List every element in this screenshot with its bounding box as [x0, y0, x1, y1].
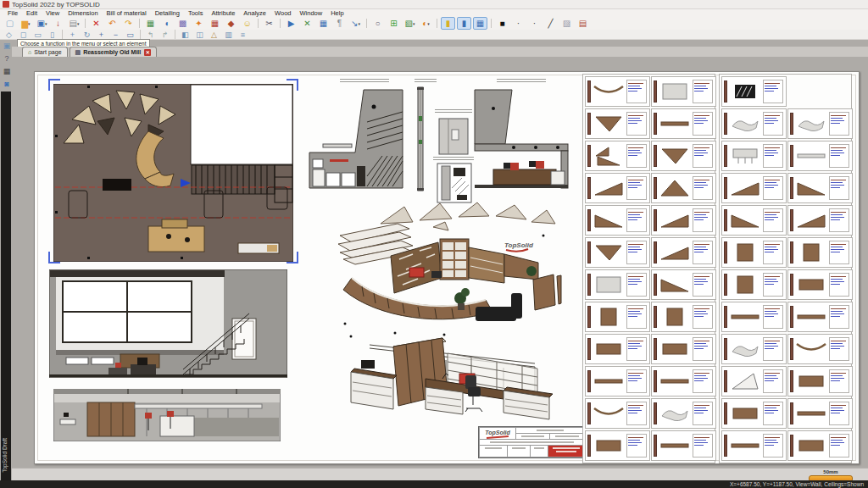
- menu-bill-of-material[interactable]: Bill of material: [103, 9, 151, 17]
- part-cell[interactable]: [651, 205, 716, 236]
- part-cell[interactable]: [787, 108, 853, 139]
- part-cell[interactable]: [787, 302, 853, 332]
- layer-icon[interactable]: ▤: [576, 17, 590, 30]
- part-cell[interactable]: [787, 430, 853, 461]
- tab-start-page[interactable]: ⌂ Start page: [22, 47, 68, 57]
- dropdown-caret-icon[interactable]: ▾: [28, 19, 31, 28]
- pattern-icon[interactable]: ▦: [208, 17, 222, 30]
- part-cell[interactable]: [721, 269, 787, 300]
- materials-icon[interactable]: ◐▾: [419, 17, 433, 30]
- part-cell[interactable]: [721, 108, 787, 139]
- frame-icon[interactable]: ▩: [175, 17, 190, 30]
- panel-grid-icon[interactable]: ▦: [473, 17, 487, 30]
- part-cell[interactable]: [721, 237, 787, 268]
- part-cell[interactable]: [721, 141, 787, 171]
- part-cell[interactable]: [787, 173, 853, 203]
- part-cell[interactable]: [585, 108, 650, 139]
- next-view-icon[interactable]: ↱: [159, 29, 171, 40]
- redo-icon[interactable]: ↷: [121, 17, 136, 30]
- ceiling-plan-view[interactable]: [53, 84, 293, 262]
- shaded-view-icon[interactable]: ◧: [179, 29, 192, 40]
- part-cell[interactable]: [651, 76, 716, 107]
- annotation-icon[interactable]: ¶: [332, 17, 347, 30]
- part-cell[interactable]: [721, 366, 787, 396]
- perspective-icon[interactable]: △: [208, 29, 220, 40]
- part-cell[interactable]: [651, 141, 716, 171]
- zoom-fit-icon[interactable]: ⊞: [387, 17, 401, 30]
- menu-dimension[interactable]: Dimension: [64, 9, 102, 17]
- menu-attribute[interactable]: Attribute: [207, 9, 239, 17]
- part-cell[interactable]: [585, 398, 650, 429]
- part-cell[interactable]: [651, 108, 716, 139]
- import-icon[interactable]: ↓: [51, 17, 65, 30]
- constraint-icon[interactable]: ◆: [224, 17, 238, 30]
- dropdown-caret-icon[interactable]: ▾: [77, 19, 80, 28]
- part-cell[interactable]: [651, 366, 716, 396]
- part-cell[interactable]: [651, 237, 716, 268]
- menu-wood[interactable]: Wood: [270, 9, 295, 17]
- part-cell[interactable]: [651, 430, 716, 461]
- part-cell[interactable]: [721, 302, 787, 332]
- dropdown-caret-icon[interactable]: ▾: [427, 19, 430, 28]
- menu-edit[interactable]: Edit: [22, 9, 42, 17]
- part-cell[interactable]: [585, 334, 650, 364]
- part-cell[interactable]: [585, 237, 650, 268]
- front-elevation-view[interactable]: [53, 389, 281, 441]
- point-style-icon[interactable]: ·: [511, 17, 526, 30]
- part-cell[interactable]: [585, 430, 650, 461]
- menu-detailing[interactable]: Detailing: [151, 9, 184, 17]
- print-icon[interactable]: ▤▾: [67, 17, 81, 30]
- part-cell[interactable]: [585, 302, 650, 332]
- machining-icon[interactable]: ✦: [192, 17, 206, 30]
- point-style2-icon[interactable]: ·: [527, 17, 542, 30]
- menu-window[interactable]: Window: [296, 9, 327, 17]
- sketch-icon[interactable]: ▦: [143, 17, 158, 30]
- new-file-icon[interactable]: ▢: [3, 17, 17, 30]
- thin-section-view[interactable]: [415, 86, 426, 194]
- menu-help[interactable]: Help: [326, 9, 348, 17]
- menu-view[interactable]: View: [42, 9, 64, 17]
- cut-icon[interactable]: ✂: [262, 17, 276, 30]
- smiley-icon[interactable]: ☺: [240, 17, 254, 30]
- detail-view-2[interactable]: [437, 163, 472, 203]
- desk-3d-view[interactable]: [344, 331, 560, 426]
- part-cell[interactable]: [651, 398, 716, 429]
- dropdown-caret-icon[interactable]: ▾: [413, 19, 415, 28]
- menu-file[interactable]: File: [3, 9, 22, 17]
- view-config-icon[interactable]: ≡: [236, 29, 249, 40]
- dropdown-caret-icon[interactable]: ▾: [45, 19, 47, 28]
- mezzanine-elevation-view[interactable]: [49, 269, 287, 378]
- panel-vertical-icon[interactable]: ▮: [441, 17, 455, 30]
- part-cell[interactable]: [651, 302, 716, 332]
- zoom-icon[interactable]: ○: [370, 17, 385, 30]
- drafting-sheet[interactable]: TopSolid: [34, 71, 860, 464]
- save-icon[interactable]: ▣▾: [35, 17, 49, 30]
- section-view-icon[interactable]: ▥: [222, 29, 235, 40]
- part-cell[interactable]: [585, 205, 650, 236]
- hatch-style-icon[interactable]: ▨: [559, 17, 574, 30]
- wireframe-view-icon[interactable]: ◫: [193, 29, 206, 40]
- part-cell[interactable]: [585, 76, 650, 107]
- part-cell[interactable]: [787, 205, 853, 236]
- exploded-3d-view[interactable]: TopSolid: [331, 198, 562, 334]
- part-cell[interactable]: [787, 141, 853, 171]
- select-icon[interactable]: ▶: [284, 17, 298, 30]
- part-cell[interactable]: [585, 366, 650, 396]
- section-b-view[interactable]: [470, 88, 571, 191]
- part-cell[interactable]: [787, 398, 853, 429]
- menu-tools[interactable]: Tools: [184, 9, 208, 17]
- part-cell[interactable]: [787, 269, 853, 300]
- menu-analyze[interactable]: Analyze: [239, 9, 270, 17]
- close-tab-icon[interactable]: ✕: [144, 49, 151, 56]
- part-cell[interactable]: [787, 334, 853, 364]
- part-cell[interactable]: [721, 173, 787, 203]
- grid-edit-icon[interactable]: ▦: [316, 17, 331, 30]
- part-cell[interactable]: [585, 269, 650, 300]
- part-cell[interactable]: [721, 430, 787, 461]
- undo-icon[interactable]: ↶: [105, 17, 120, 30]
- dropdown-caret-icon[interactable]: ▾: [358, 19, 360, 28]
- part-cell[interactable]: [585, 141, 650, 171]
- tab-reassembly-old-mill[interactable]: ▤ Reassembly Old Mill ✕: [70, 47, 158, 57]
- part-cell[interactable]: [721, 76, 787, 107]
- delete-icon[interactable]: ✕: [89, 17, 103, 30]
